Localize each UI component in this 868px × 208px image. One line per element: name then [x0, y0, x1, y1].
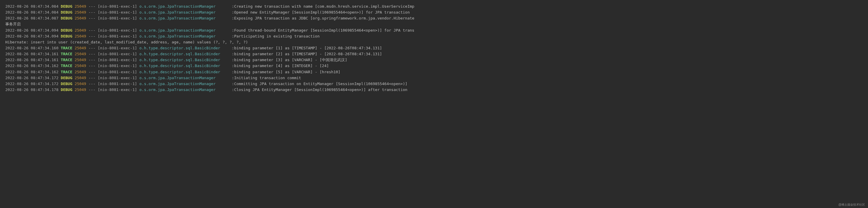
log-line: 2022-08-26 08:47:34.160 TRACE 25049 --- …: [5, 45, 863, 51]
log-thread: [nio-8081-exec-1]: [98, 51, 137, 57]
log-thread: [nio-8081-exec-1]: [98, 45, 137, 51]
log-thread: [nio-8081-exec-1]: [98, 69, 137, 75]
log-logger: o.s.orm.jpa.JpaTransactionManager: [140, 4, 232, 9]
log-logger: o.s.orm.jpa.JpaTransactionManager: [140, 33, 232, 39]
log-separator: ---: [89, 33, 95, 39]
log-message: Closing JPA EntityManager [SessionImpl(1…: [234, 87, 407, 93]
log-thread: [nio-8081-exec-1]: [98, 63, 137, 69]
log-message: Participating in existing transaction: [234, 33, 320, 39]
log-timestamp: 2022-08-26 08:47:34.084: [5, 4, 58, 9]
log-line: 2022-08-26 08:47:34.178 DEBUG 25049 --- …: [5, 87, 863, 93]
log-colon: :: [232, 69, 234, 75]
log-separator: ---: [89, 28, 95, 33]
log-line: 2022-08-26 08:47:34.087 DEBUG 25049 --- …: [5, 16, 863, 21]
log-pid: 25049: [75, 63, 86, 69]
log-pid: 25049: [75, 57, 86, 63]
log-separator: ---: [89, 75, 95, 81]
log-message: Creating new transaction with name [com.…: [234, 4, 414, 9]
log-message: binding parameter [4] as [INTEGER] - [24…: [234, 63, 329, 69]
log-thread: [nio-8081-exec-1]: [98, 9, 137, 16]
log-output: 2022-08-26 08:47:34.084 DEBUG 25049 --- …: [5, 4, 863, 93]
log-logger: o.s.orm.jpa.JpaTransactionManager: [140, 9, 232, 16]
log-line: 2022-08-26 08:47:34.172 DEBUG 25049 --- …: [5, 81, 863, 87]
log-colon: :: [232, 33, 234, 39]
log-level: TRACE: [61, 51, 72, 57]
log-colon: :: [232, 63, 234, 69]
log-level: TRACE: [61, 69, 72, 75]
log-separator: ---: [89, 9, 95, 16]
log-timestamp: 2022-08-26 08:47:34.161: [5, 57, 58, 63]
log-separator: ---: [89, 81, 95, 87]
log-message: binding parameter [1] as [TIMESTAMP] - […: [234, 45, 382, 51]
log-message: Found thread-bound EntityManager [Sessio…: [234, 28, 414, 33]
log-separator: ---: [89, 4, 95, 9]
log-logger: o.s.orm.jpa.JpaTransactionManager: [140, 75, 232, 81]
log-plain-line: Hibernate: insert into user (created_dat…: [5, 39, 863, 45]
log-timestamp: 2022-08-26 08:47:34.160: [5, 45, 58, 51]
log-line: 2022-08-26 08:47:34.084 DEBUG 25049 --- …: [5, 4, 863, 9]
log-pid: 25049: [75, 45, 86, 51]
log-logger: o.s.orm.jpa.JpaTransactionManager: [140, 16, 232, 21]
log-separator: ---: [89, 63, 95, 69]
log-message: Opened new EntityManager [SessionImpl(10…: [234, 9, 410, 16]
log-logger: o.h.type.descriptor.sql.BasicBinder: [140, 57, 232, 63]
log-thread: [nio-8081-exec-1]: [98, 57, 137, 63]
log-level: DEBUG: [61, 33, 72, 39]
log-pid: 25049: [75, 75, 86, 81]
log-level: DEBUG: [61, 75, 72, 81]
log-colon: :: [232, 75, 234, 81]
log-line: 2022-08-26 08:47:34.161 TRACE 25049 --- …: [5, 57, 863, 63]
log-thread: [nio-8081-exec-1]: [98, 4, 137, 9]
log-colon: :: [232, 4, 234, 9]
log-timestamp: 2022-08-26 08:47:34.178: [5, 87, 58, 93]
log-level: TRACE: [61, 45, 72, 51]
log-level: TRACE: [61, 63, 72, 69]
log-message: Exposing JPA transaction as JDBC [org.sp…: [234, 16, 414, 21]
log-timestamp: 2022-08-26 08:47:34.087: [5, 16, 58, 21]
log-timestamp: 2022-08-26 08:47:34.084: [5, 9, 58, 16]
log-pid: 25049: [75, 16, 86, 21]
log-colon: :: [232, 45, 234, 51]
log-separator: ---: [89, 69, 95, 75]
log-colon: :: [232, 87, 234, 93]
log-line: 2022-08-26 08:47:34.094 DEBUG 25049 --- …: [5, 33, 863, 39]
log-message: binding parameter [3] as [VARCHAR] - [中国…: [234, 57, 347, 63]
log-level: DEBUG: [61, 4, 72, 9]
log-pid: 25049: [75, 4, 86, 9]
log-pid: 25049: [75, 87, 86, 93]
log-message: Initiating transaction commit: [234, 75, 301, 81]
log-timestamp: 2022-08-26 08:47:34.094: [5, 28, 58, 33]
log-message: Committing JPA transaction on EntityMana…: [234, 81, 407, 87]
log-thread: [nio-8081-exec-1]: [98, 87, 137, 93]
log-line: 2022-08-26 08:47:34.162 TRACE 25049 --- …: [5, 63, 863, 69]
log-timestamp: 2022-08-26 08:47:34.172: [5, 75, 58, 81]
log-line: 2022-08-26 08:47:34.161 TRACE 25049 --- …: [5, 51, 863, 57]
log-colon: :: [232, 57, 234, 63]
log-separator: ---: [89, 51, 95, 57]
log-line: 2022-08-26 08:47:34.162 TRACE 25049 --- …: [5, 69, 863, 75]
log-message: binding parameter [5] as [VARCHAR] - [hr…: [234, 69, 340, 75]
log-pid: 25049: [75, 28, 86, 33]
log-colon: :: [232, 9, 234, 16]
log-colon: :: [232, 16, 234, 21]
log-separator: ---: [89, 57, 95, 63]
log-separator: ---: [89, 87, 95, 93]
log-thread: [nio-8081-exec-1]: [98, 28, 137, 33]
log-pid: 25049: [75, 9, 86, 16]
log-level: DEBUG: [61, 16, 72, 21]
log-pid: 25049: [75, 69, 86, 75]
log-logger: o.s.orm.jpa.JpaTransactionManager: [140, 81, 232, 87]
log-logger: o.h.type.descriptor.sql.BasicBinder: [140, 45, 232, 51]
log-timestamp: 2022-08-26 08:47:34.162: [5, 69, 58, 75]
log-logger: o.s.orm.jpa.JpaTransactionManager: [140, 28, 232, 33]
log-plain-line: 事务开启: [5, 21, 863, 27]
log-separator: ---: [89, 16, 95, 21]
log-logger: o.h.type.descriptor.sql.BasicBinder: [140, 69, 232, 75]
log-logger: o.h.type.descriptor.sql.BasicBinder: [140, 51, 232, 57]
log-pid: 25049: [75, 81, 86, 87]
log-line: 2022-08-26 08:47:34.094 DEBUG 25049 --- …: [5, 28, 863, 33]
log-level: DEBUG: [61, 9, 72, 16]
log-colon: :: [232, 28, 234, 33]
log-level: DEBUG: [61, 28, 72, 33]
log-logger: o.s.orm.jpa.JpaTransactionManager: [140, 87, 232, 93]
